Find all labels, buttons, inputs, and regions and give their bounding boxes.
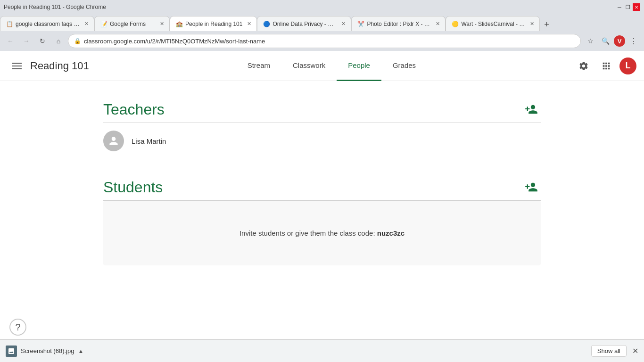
forward-button[interactable]: → bbox=[20, 34, 33, 48]
apps-icon bbox=[601, 61, 611, 71]
help-button[interactable]: ? bbox=[9, 319, 26, 336]
download-filename: Screenshot (68).jpg bbox=[21, 347, 74, 354]
students-section-header: Students bbox=[103, 178, 541, 201]
add-teacher-button[interactable] bbox=[522, 100, 541, 119]
apps-button[interactable] bbox=[597, 57, 616, 75]
address-bar-right: ☆ 🔍 V ⋮ bbox=[584, 34, 640, 48]
tab-3[interactable]: 🏫 People in Reading 101 ✕ bbox=[170, 16, 257, 31]
teachers-title: Teachers bbox=[103, 101, 165, 118]
tab-3-icon: 🏫 bbox=[176, 21, 182, 27]
gear-icon bbox=[578, 61, 589, 71]
title-bar-left: People in Reading 101 - Google Chrome bbox=[4, 4, 106, 10]
tab-5-close[interactable]: ✕ bbox=[434, 20, 441, 28]
class-code: nuzc3zc bbox=[377, 229, 405, 237]
title-bar-text: People in Reading 101 - Google Chrome bbox=[4, 4, 106, 10]
title-bar-controls: ─ ❐ ✕ bbox=[616, 3, 640, 11]
download-item: Screenshot (68).jpg ▲ bbox=[6, 346, 83, 357]
download-close-button[interactable]: ✕ bbox=[632, 346, 638, 355]
new-tab-button[interactable]: + bbox=[540, 18, 553, 31]
tab-6-close[interactable]: ✕ bbox=[528, 20, 536, 28]
students-title: Students bbox=[103, 179, 163, 196]
extension-button[interactable]: ⋮ bbox=[627, 34, 640, 48]
tab-1-icon: 📋 bbox=[6, 21, 13, 27]
tab-1-title: google classroom faqs a... bbox=[16, 21, 80, 27]
tab-1-close[interactable]: ✕ bbox=[83, 20, 90, 28]
image-icon bbox=[8, 347, 15, 355]
tab-5-icon: ✂️ bbox=[357, 21, 364, 27]
svg-rect-1 bbox=[12, 66, 22, 66]
address-bar: ← → ↻ ⌂ 🔒 classroom.google.com/u/2/r/MTI… bbox=[0, 31, 644, 51]
add-teacher-icon bbox=[525, 103, 538, 116]
hamburger-menu[interactable] bbox=[8, 57, 26, 75]
tabs-bar: 📋 google classroom faqs a... ✕ 📝 Google … bbox=[0, 14, 644, 31]
content-inner: Teachers Lisa Martin Students bbox=[96, 100, 548, 265]
download-file-icon bbox=[6, 346, 17, 357]
minimize-button[interactable]: ─ bbox=[616, 3, 623, 11]
show-all-button[interactable]: Show all bbox=[591, 345, 627, 357]
students-invite-text: Invite students or give them the class c… bbox=[113, 229, 531, 237]
nav-people[interactable]: People bbox=[337, 51, 381, 81]
tab-4-icon: 🔵 bbox=[263, 21, 270, 27]
profile-avatar[interactable]: L bbox=[619, 58, 636, 74]
nav-classwork[interactable]: Classwork bbox=[281, 51, 337, 81]
hamburger-icon bbox=[12, 61, 22, 71]
app-header: Reading 101 Stream Classwork People Grad… bbox=[0, 51, 644, 81]
lock-icon: 🔒 bbox=[74, 38, 81, 44]
zoom-button[interactable]: 🔍 bbox=[599, 34, 612, 48]
settings-button[interactable] bbox=[574, 57, 593, 75]
nav-grades[interactable]: Grades bbox=[381, 51, 427, 81]
tab-4-title: Online Data Privacy - Go... bbox=[272, 21, 337, 27]
add-student-button[interactable] bbox=[522, 178, 541, 197]
svg-rect-2 bbox=[12, 68, 22, 69]
tab-2-icon: 📝 bbox=[100, 21, 107, 27]
tab-5-title: Photo Editor : Pixlr X - fr... bbox=[367, 21, 431, 27]
home-button[interactable]: ⌂ bbox=[52, 34, 65, 48]
teachers-section: Teachers Lisa Martin bbox=[103, 100, 541, 159]
download-bar-right: Show all ✕ bbox=[591, 345, 638, 357]
bookmark-button[interactable]: ☆ bbox=[584, 34, 597, 48]
person-icon bbox=[107, 135, 120, 147]
nav-stream[interactable]: Stream bbox=[236, 51, 281, 81]
tab-6-title: Wart - SlidesCarnival - G... bbox=[461, 21, 525, 27]
teacher-name: Lisa Martin bbox=[132, 137, 166, 145]
maximize-button[interactable]: ❐ bbox=[624, 3, 632, 11]
svg-rect-0 bbox=[12, 63, 22, 64]
reload-button[interactable]: ↻ bbox=[36, 34, 49, 48]
page-content: Teachers Lisa Martin Students bbox=[0, 81, 644, 342]
back-button[interactable]: ← bbox=[4, 34, 17, 48]
header-actions: L bbox=[574, 57, 636, 75]
tab-2-title: Google Forms bbox=[110, 21, 155, 27]
url-bar[interactable]: 🔒 classroom.google.com/u/2/r/MTI5NzQ0OTM… bbox=[68, 34, 581, 48]
students-empty-state: Invite students or give them the class c… bbox=[103, 201, 541, 265]
title-bar: People in Reading 101 - Google Chrome ─ … bbox=[0, 0, 644, 14]
url-text: classroom.google.com/u/2/r/MTI5NzQ0OTMzN… bbox=[84, 38, 575, 45]
students-section: Students Invite students or give them th… bbox=[103, 178, 541, 265]
tab-3-title: People in Reading 101 bbox=[185, 21, 242, 27]
tab-4[interactable]: 🔵 Online Data Privacy - Go... ✕ bbox=[257, 16, 351, 31]
teacher-avatar bbox=[103, 131, 124, 151]
tab-5[interactable]: ✂️ Photo Editor : Pixlr X - fr... ✕ bbox=[351, 16, 446, 31]
tab-1[interactable]: 📋 google classroom faqs a... ✕ bbox=[0, 16, 94, 31]
download-bar: Screenshot (68).jpg ▲ Show all ✕ bbox=[0, 339, 644, 362]
tab-6-icon: 🟡 bbox=[452, 21, 458, 27]
user-profile-small[interactable]: V bbox=[614, 35, 625, 47]
tab-3-close[interactable]: ✕ bbox=[245, 20, 253, 28]
tab-6[interactable]: 🟡 Wart - SlidesCarnival - G... ✕ bbox=[446, 16, 540, 31]
main-nav: Stream Classwork People Grades bbox=[89, 51, 574, 81]
download-chevron[interactable]: ▲ bbox=[78, 348, 83, 354]
teachers-section-header: Teachers bbox=[103, 100, 541, 123]
teacher-row: Lisa Martin bbox=[103, 123, 541, 159]
tab-2[interactable]: 📝 Google Forms ✕ bbox=[94, 16, 170, 31]
tab-2-close[interactable]: ✕ bbox=[158, 20, 165, 28]
app-title: Reading 101 bbox=[30, 60, 89, 72]
tab-4-close[interactable]: ✕ bbox=[339, 20, 347, 28]
close-button[interactable]: ✕ bbox=[633, 3, 640, 11]
add-student-icon bbox=[525, 181, 538, 194]
